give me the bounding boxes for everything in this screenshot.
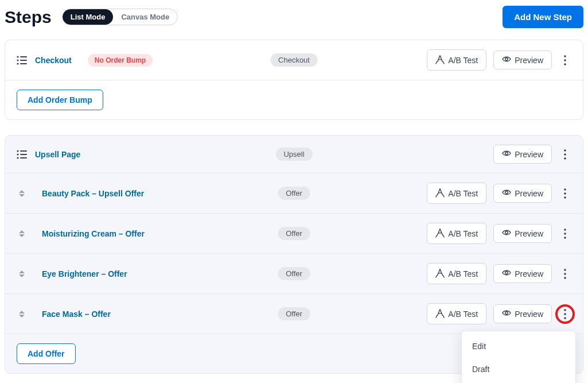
- step-link-offer[interactable]: Eye Brightener – Offer: [42, 269, 127, 278]
- type-badge-offer: Offer: [278, 267, 310, 280]
- eye-icon: [502, 269, 511, 278]
- step-link-offer[interactable]: Face Mask – Offer: [42, 310, 111, 319]
- eye-icon: [502, 309, 511, 319]
- ab-test-button[interactable]: A/B Test: [427, 49, 486, 71]
- split-icon: [435, 187, 445, 199]
- preview-button[interactable]: Preview: [493, 184, 552, 203]
- reorder-handle[interactable]: [17, 311, 27, 318]
- step-row-offer: Moisturizing Cream – Offer Offer A/B Tes…: [5, 214, 583, 254]
- eye-icon: [502, 188, 511, 198]
- split-icon: [435, 268, 445, 280]
- type-badge-checkout: Checkout: [270, 53, 318, 67]
- ab-test-button[interactable]: A/B Test: [427, 303, 486, 324]
- preview-label: Preview: [515, 150, 543, 159]
- step-row-offer: Face Mask – Offer Offer A/B Test Preview…: [5, 294, 583, 334]
- add-order-bump-button[interactable]: Add Order Bump: [17, 90, 103, 110]
- preview-button[interactable]: Preview: [493, 145, 552, 164]
- preview-label: Preview: [515, 189, 543, 198]
- preview-label: Preview: [515, 310, 543, 319]
- ab-test-button[interactable]: A/B Test: [427, 263, 486, 284]
- no-order-bump-badge: No Order Bump: [88, 54, 153, 67]
- preview-button[interactable]: Preview: [493, 51, 552, 69]
- step-link-offer[interactable]: Beauty Pack – Upsell Offer: [42, 189, 144, 198]
- add-offer-button[interactable]: Add Offer: [17, 343, 76, 364]
- eye-icon: [502, 55, 511, 65]
- highlight-circle: [555, 304, 575, 324]
- mode-toggle: List Mode Canvas Mode: [62, 9, 178, 25]
- step-link-upsell-page[interactable]: Upsell Page: [35, 150, 80, 159]
- menu-item-edit[interactable]: Edit: [462, 335, 575, 358]
- more-actions-button[interactable]: [559, 146, 571, 163]
- actions-dropdown: Edit Draft Duplicate Delete: [461, 331, 576, 383]
- reorder-handle[interactable]: [17, 270, 27, 277]
- add-new-step-button[interactable]: Add New Step: [503, 6, 583, 28]
- preview-label: Preview: [515, 269, 543, 278]
- ab-test-label: A/B Test: [448, 56, 478, 65]
- eye-icon: [502, 229, 511, 238]
- more-actions-button[interactable]: [559, 306, 571, 322]
- ab-test-label: A/B Test: [448, 229, 478, 238]
- step-row-checkout: Checkout No Order Bump Checkout A/B Test…: [5, 40, 583, 80]
- list-icon[interactable]: [17, 55, 27, 65]
- type-badge-upsell: Upsell: [275, 148, 312, 161]
- type-badge-offer: Offer: [278, 187, 310, 200]
- more-actions-button[interactable]: [559, 52, 571, 68]
- split-icon: [435, 227, 445, 239]
- menu-item-duplicate[interactable]: Duplicate: [462, 381, 575, 383]
- step-row-offer: Beauty Pack – Upsell Offer Offer A/B Tes…: [5, 173, 583, 214]
- ab-test-label: A/B Test: [448, 310, 478, 319]
- ab-test-button[interactable]: A/B Test: [427, 183, 486, 204]
- ab-test-label: A/B Test: [448, 269, 478, 278]
- ab-test-label: A/B Test: [448, 189, 478, 198]
- step-link-offer[interactable]: Moisturizing Cream – Offer: [42, 229, 145, 238]
- panel-checkout: Checkout No Order Bump Checkout A/B Test…: [5, 40, 583, 120]
- preview-label: Preview: [515, 229, 543, 238]
- split-icon: [435, 308, 445, 320]
- type-badge-offer: Offer: [278, 227, 310, 240]
- step-link-checkout[interactable]: Checkout: [35, 56, 72, 65]
- mode-list-button[interactable]: List Mode: [63, 9, 114, 25]
- split-icon: [435, 54, 445, 66]
- type-badge-offer: Offer: [278, 307, 310, 320]
- page-title: Steps: [5, 7, 52, 27]
- list-icon[interactable]: [17, 149, 27, 160]
- menu-item-draft[interactable]: Draft: [462, 358, 575, 381]
- panel-upsell: Upsell Page Upsell Preview Beauty Pack –…: [5, 135, 583, 374]
- step-row-upsell-page: Upsell Page Upsell Preview: [5, 136, 583, 173]
- more-actions-button[interactable]: [559, 185, 571, 202]
- reorder-handle[interactable]: [17, 190, 27, 197]
- more-actions-button[interactable]: [559, 226, 571, 242]
- eye-icon: [502, 149, 511, 159]
- more-actions-button[interactable]: [559, 266, 571, 282]
- preview-button[interactable]: Preview: [493, 304, 552, 323]
- ab-test-button[interactable]: A/B Test: [427, 223, 486, 244]
- reorder-handle[interactable]: [17, 230, 27, 237]
- preview-button[interactable]: Preview: [493, 224, 552, 243]
- preview-button[interactable]: Preview: [493, 264, 552, 283]
- preview-label: Preview: [515, 56, 543, 65]
- step-row-offer: Eye Brightener – Offer Offer A/B Test Pr…: [5, 254, 583, 294]
- mode-canvas-button[interactable]: Canvas Mode: [113, 9, 177, 25]
